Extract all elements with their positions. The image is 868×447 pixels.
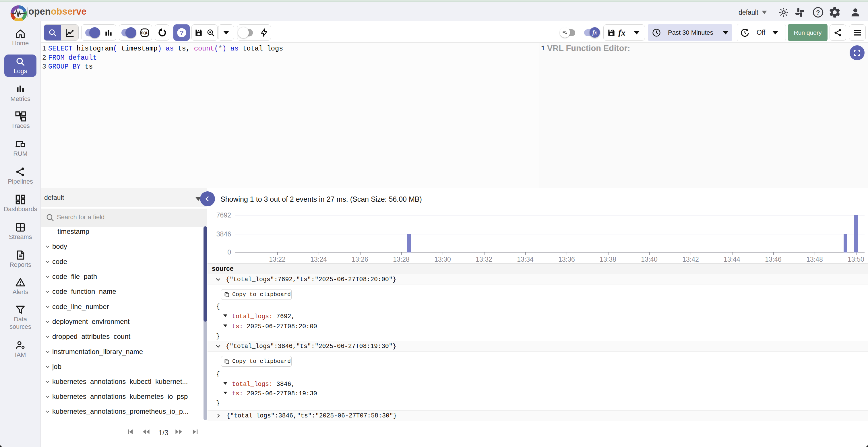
svg-text:SQL: SQL [141, 31, 148, 35]
svg-text:?: ? [180, 29, 184, 36]
svg-text:?: ? [816, 9, 820, 16]
